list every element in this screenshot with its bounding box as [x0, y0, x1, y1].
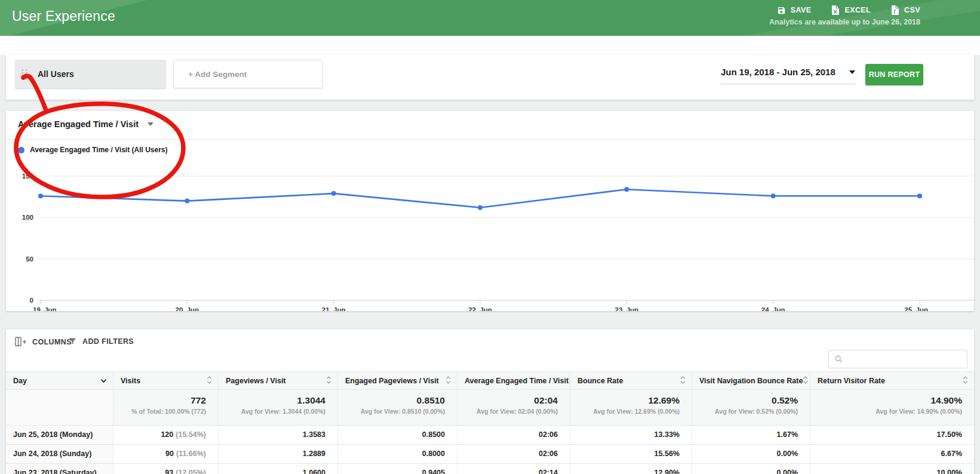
chart-point[interactable] [771, 193, 776, 198]
chart-line [41, 189, 920, 208]
x-axis-tick-label: 24. Jun [761, 306, 785, 311]
summary-value: 1.3044 [219, 395, 325, 406]
sort-icon [446, 375, 451, 384]
engaged-pageviews-per-visit-cell: 0.8500 [337, 426, 457, 444]
chevron-down-icon [849, 70, 855, 74]
bounce-rate-cell: 15.56% [570, 445, 692, 463]
chart-point[interactable] [917, 193, 922, 198]
header-actions: SAVE EXCEL CSV Analytics are available u… [769, 5, 920, 26]
column-header-3[interactable]: Engaged Pageviews / Visit [337, 372, 457, 389]
summary-subtext: % of Total: 100.00% (772) [113, 408, 206, 415]
sort-icon [680, 375, 686, 384]
excel-label: EXCEL [844, 6, 871, 14]
column-header-label: Visits [121, 377, 140, 385]
summary-subtext: Avg for View: 14.90% (0.00%) [810, 408, 962, 415]
return-visitor-rate-cell: 10.00% [810, 464, 974, 474]
y-axis-tick-label: 150 [22, 173, 33, 180]
csv-label: CSV [904, 6, 920, 14]
column-header-6[interactable]: Visit Navigation Bounce Rate [692, 372, 810, 389]
pageviews-per-visit-cell: 1.0600 [218, 464, 337, 474]
table-row: Jun 23, 2018 (Saturday)93(12.05%)1.06000… [6, 463, 974, 474]
avg-engaged-time-cell: 02:14 [457, 464, 570, 474]
toolbar-strip [0, 36, 980, 55]
data-table: DayVisitsPageviews / VisitEngaged Pagevi… [6, 371, 974, 474]
drag-handle-icon[interactable] [21, 68, 28, 80]
return-visitor-rate-cell: 17.50% [810, 426, 974, 444]
x-axis-tick-label: 25. Jun [904, 306, 928, 311]
summary-value: 14.90% [810, 395, 962, 406]
app-header: User Experience SAVE EXCEL CSV Analytics… [0, 0, 980, 36]
x-axis-tick-label: 22. Jun [468, 306, 492, 311]
visit-nav-bounce-rate-cell: 1.67% [692, 426, 810, 444]
filter-icon [68, 337, 77, 346]
csv-export-button[interactable]: CSV [891, 5, 920, 15]
page-title: User Experience [12, 8, 115, 24]
metric-selector[interactable]: Average Engaged Time / Visit [18, 119, 153, 129]
add-filters-button[interactable]: ADD FILTERS [68, 337, 134, 346]
summary-cell [6, 390, 113, 425]
summary-subtext: Avg for View: 0.52% (0.00%) [692, 408, 798, 415]
pageviews-per-visit-cell: 1.3583 [218, 426, 337, 444]
bounce-rate-cell: 13.33% [570, 426, 692, 444]
chart-panel: Average Engaged Time / Visit Average Eng… [6, 111, 974, 311]
engaged-pageviews-per-visit-cell: 0.8000 [337, 445, 457, 463]
table-summary-row: 772% of Total: 100.00% (772)1.3044Avg fo… [6, 389, 974, 425]
column-header-day[interactable]: Day [6, 372, 113, 389]
summary-cell: 0.52%Avg for View: 0.52% (0.00%) [692, 390, 810, 425]
date-range-selector[interactable]: Jun 19, 2018 - Jun 25, 2018 [721, 67, 855, 84]
columns-label: COLUMNS [32, 338, 72, 346]
x-axis-tick-label: 20. Jun [176, 306, 199, 311]
summary-subtext: Avg for View: 02:04 (0.00%) [457, 408, 558, 415]
segment-chip-label: All Users [38, 69, 74, 79]
analytics-page: User Experience SAVE EXCEL CSV Analytics… [0, 0, 980, 474]
chart-point[interactable] [331, 191, 336, 196]
column-header-label: Return Visitor Rate [818, 377, 885, 385]
run-report-button[interactable]: RUN REPORT [865, 64, 923, 85]
segment-panel: All Users + Add Segment Jun 19, 2018 - J… [6, 55, 974, 100]
y-axis-tick-label: 100 [22, 214, 33, 221]
sort-desc-icon [100, 378, 107, 383]
segment-chip-all-users[interactable]: All Users [15, 60, 166, 88]
summary-cell: 12.69%Avg for View: 12.69% (0.00%) [570, 390, 692, 425]
summary-cell: 02:04Avg for View: 02:04 (0.00%) [457, 390, 570, 425]
columns-button[interactable]: COLUMNS [15, 337, 72, 347]
y-axis-tick-label: 0 [30, 297, 33, 304]
day-cell: Jun 24, 2018 (Sunday) [6, 445, 113, 463]
x-axis-tick-label: 19. Jun [33, 306, 57, 311]
column-header-5[interactable]: Bounce Rate [570, 372, 692, 389]
summary-cell: 772% of Total: 100.00% (772) [113, 390, 218, 425]
chart-point[interactable] [38, 193, 43, 198]
column-header-label: Day [13, 377, 27, 385]
sort-icon [803, 375, 808, 384]
column-header-label: Engaged Pageviews / Visit [345, 377, 439, 385]
availability-note: Analytics are available up to June 26, 2… [769, 18, 920, 26]
chart-point[interactable] [624, 187, 629, 192]
legend-dot-icon [18, 147, 24, 153]
summary-cell: 0.8510Avg for View: 0.8510 (0.00%) [337, 390, 457, 425]
chart-point[interactable] [185, 199, 189, 204]
summary-value: 772 [113, 395, 206, 406]
chart-point[interactable] [478, 205, 483, 210]
avg-engaged-time-cell: 02:06 [457, 426, 570, 444]
column-header-1[interactable]: Visits [113, 372, 218, 389]
column-header-2[interactable]: Pageviews / Visit [218, 372, 337, 389]
excel-file-icon [831, 5, 840, 15]
excel-export-button[interactable]: EXCEL [831, 5, 871, 15]
table-search-input[interactable] [843, 355, 967, 364]
summary-value: 02:04 [457, 395, 558, 406]
column-header-4[interactable]: Average Engaged Time / Visit [457, 372, 570, 389]
visits-cell: 120(15.54%) [113, 426, 218, 444]
day-cell: Jun 25, 2018 (Monday) [6, 426, 113, 444]
column-header-label: Bounce Rate [577, 377, 623, 385]
visits-percent: (12.05%) [176, 469, 206, 474]
data-table-panel: COLUMNS ADD FILTERS DayVisitsPageviews /… [6, 330, 974, 474]
save-button[interactable]: SAVE [777, 6, 812, 15]
avg-engaged-time-cell: 02:06 [457, 445, 570, 463]
legend-label: Average Engaged Time / Visit (All Users) [30, 146, 168, 154]
column-header-7[interactable]: Return Visitor Rate [810, 372, 974, 389]
summary-subtext: Avg for View: 0.8510 (0.00%) [338, 408, 445, 415]
sort-icon [326, 375, 331, 384]
visits-cell: 93(12.05%) [113, 464, 218, 474]
search-icon [834, 355, 843, 364]
add-segment-button[interactable]: + Add Segment [173, 60, 322, 88]
